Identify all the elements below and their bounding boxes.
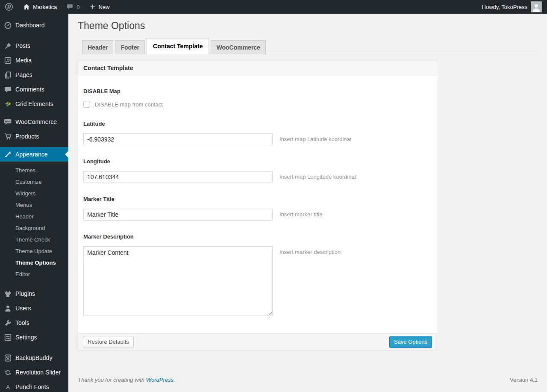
sidebar-item-label: WooCommerce (15, 118, 57, 125)
save-options-button[interactable]: Save Options (389, 336, 432, 348)
submenu-item-widgets[interactable]: Widgets (0, 188, 68, 200)
submenu-item-customize[interactable]: Customize (0, 177, 68, 188)
field-label: Marker Title (83, 196, 432, 202)
sidebar-item-label: Comments (15, 86, 44, 93)
marker-title-hint: Insert marker title (279, 209, 322, 218)
disable-map-row: DISABLE map from contact (83, 101, 432, 108)
comments-count: 0 (76, 4, 79, 10)
sidebar-item-woocommerce[interactable]: Woo WooCommerce (0, 115, 68, 129)
longitude-hint: Insert map Longitude koordinat (279, 171, 356, 180)
panel-footer: Restore Defaults Save Options (78, 333, 437, 351)
longitude-input[interactable] (83, 171, 273, 183)
sidebar-item-posts[interactable]: Posts (0, 38, 68, 53)
refresh-arrows-icon (3, 368, 12, 377)
sidebar-item-punch-fonts[interactable]: A Punch Fonts (0, 380, 68, 392)
marker-description-hint: Insert marker description (279, 246, 341, 255)
submenu-item-theme-update[interactable]: Theme Update (0, 246, 68, 257)
avatar (531, 1, 542, 12)
plus-icon (89, 3, 96, 10)
new-label: New (99, 4, 110, 10)
admin-menu: Dashboard Posts Media Pages Comments Gri… (0, 14, 68, 392)
sidebar-item-label: Appearance (15, 151, 48, 158)
marker-title-input[interactable] (83, 209, 273, 221)
tab-footer[interactable]: Footer (115, 40, 145, 54)
sidebar-item-label: Settings (15, 334, 37, 341)
wordpress-logo-menu[interactable] (0, 0, 18, 14)
settings-icon (3, 333, 12, 342)
disable-map-checkbox[interactable] (83, 101, 90, 108)
letter-a-icon: A (3, 383, 12, 391)
field-label: Marker Description (83, 233, 432, 240)
sidebar-item-settings[interactable]: Settings (0, 330, 68, 345)
sidebar-item-grid-elements[interactable]: Grid Elements (0, 97, 68, 111)
sidebar-item-label: Punch Fonts (15, 383, 49, 390)
wordpress-link[interactable]: WordPress (146, 377, 174, 383)
site-name-label: Marketica (33, 4, 57, 10)
tab-woocommerce[interactable]: WooCommerce (211, 40, 265, 54)
grid-elements-icon (3, 100, 12, 108)
submenu-item-header[interactable]: Header (0, 211, 68, 223)
sidebar-item-revolution-slider[interactable]: Revolution Slider (0, 365, 68, 380)
field-marker-description: Marker Description Marker Content Insert… (83, 233, 432, 316)
paintbrush-icon (3, 150, 12, 159)
new-content-menu[interactable]: New (85, 0, 115, 14)
howdy-label: Howdy, TokoPress (482, 4, 527, 10)
sidebar-item-comments[interactable]: Comments (0, 82, 68, 97)
field-label: Latitude (83, 121, 432, 127)
sidebar-item-label: Dashboard (15, 22, 45, 29)
latitude-hint: Insert map Latitude koordinat (279, 133, 351, 142)
comments-icon (3, 85, 12, 94)
account-menu[interactable]: Howdy, TokoPress (482, 1, 542, 12)
tab-contact-template[interactable]: Contact Template (147, 38, 209, 54)
sidebar-item-pages[interactable]: Pages (0, 68, 68, 82)
sidebar-item-media[interactable]: Media (0, 53, 68, 68)
tab-header[interactable]: Header (82, 40, 113, 54)
marker-description-textarea[interactable]: Marker Content (83, 246, 273, 316)
comments-menu[interactable]: 0 (62, 0, 84, 14)
menu-separator (0, 345, 68, 351)
sidebar-item-products[interactable]: Products (0, 129, 68, 144)
menu-separator (0, 283, 68, 286)
cart-icon (3, 132, 12, 141)
wordpress-logo-icon (5, 3, 13, 11)
sidebar-item-plugins[interactable]: Plugins (0, 286, 68, 301)
admin-bar-right: Howdy, TokoPress (482, 0, 547, 14)
restore-defaults-button[interactable]: Restore Defaults (83, 336, 134, 348)
footer-thanks-text: Thank you for creating with (78, 377, 146, 383)
sidebar-item-label: Posts (15, 42, 30, 49)
sidebar-item-appearance[interactable]: Appearance (0, 147, 68, 162)
sidebar-item-users[interactable]: Users (0, 301, 68, 315)
home-icon (23, 3, 30, 11)
submenu-item-editor[interactable]: Editor (0, 269, 68, 280)
submenu-item-menus[interactable]: Menus (0, 200, 68, 211)
main-content: Theme Options Header Footer Contact Temp… (68, 0, 547, 392)
sidebar-item-label: Media (15, 57, 32, 64)
sidebar-item-backupbuddy[interactable]: BackupBuddy (0, 351, 68, 365)
panel-body: DISABLE Map DISABLE map from contact Lat… (78, 76, 437, 333)
field-disable-map: DISABLE Map DISABLE map from contact (83, 88, 432, 108)
admin-bar-left: Marketica 0 New (0, 0, 115, 14)
page-title: Theme Options (78, 20, 538, 32)
disable-map-checkbox-label: DISABLE map from contact (95, 101, 163, 108)
comment-bubble-icon (66, 3, 74, 11)
submenu-item-themes[interactable]: Themes (0, 165, 68, 177)
sidebar-item-dashboard[interactable]: Dashboard (0, 18, 68, 32)
field-label: DISABLE Map (83, 88, 432, 94)
sidebar-item-tools[interactable]: Tools (0, 315, 68, 330)
submenu-item-theme-options[interactable]: Theme Options (0, 257, 68, 269)
site-name-menu[interactable]: Marketica (18, 0, 62, 14)
svg-text:A: A (6, 384, 10, 390)
sidebar-item-label: Pages (15, 71, 32, 78)
media-icon (3, 56, 12, 65)
submenu-item-theme-check[interactable]: Theme Check (0, 234, 68, 246)
menu-separator (0, 111, 68, 115)
submenu-item-background[interactable]: Background (0, 223, 68, 234)
backupbuddy-icon (3, 354, 12, 362)
menu-separator (0, 144, 68, 147)
field-label: Longitude (83, 158, 432, 165)
sidebar-item-label: Plugins (15, 290, 35, 297)
pushpin-icon (3, 41, 12, 50)
contact-template-panel: Contact Template DISABLE Map DISABLE map… (78, 60, 437, 351)
latitude-input[interactable] (83, 133, 273, 145)
appearance-submenu: Themes Customize Widgets Menus Header Ba… (0, 162, 68, 283)
